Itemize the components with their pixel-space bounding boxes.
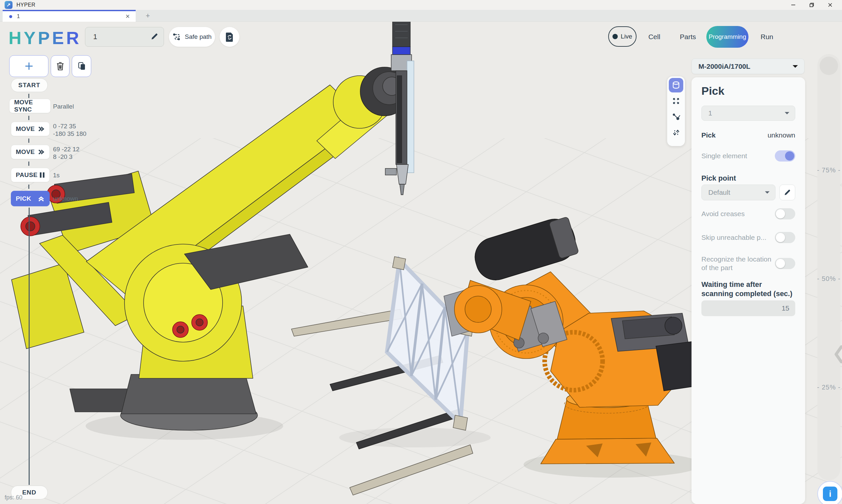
tab-modified-dot	[9, 15, 12, 18]
step-label: MOVE	[16, 148, 35, 156]
step-pick-selected[interactable]: PICK	[11, 191, 50, 206]
add-step-button[interactable]	[9, 55, 48, 77]
live-toggle[interactable]: Live	[608, 26, 637, 47]
step-move-sync[interactable]: MOVE SYNC	[9, 99, 51, 113]
pick-point-label: Pick point	[701, 174, 795, 183]
minimize-button[interactable]	[784, 0, 803, 10]
tab-cell[interactable]: Cell	[648, 33, 660, 41]
step-detail: 69 -22 128 -20 3	[53, 145, 79, 161]
step-detail: 1s	[53, 172, 59, 179]
app-icon: ↗	[5, 1, 13, 9]
waiting-time-label: Waiting time after scanning completed (s…	[701, 280, 795, 299]
skip-unreachable-toggle[interactable]	[775, 232, 795, 243]
pick-status-value: unknown	[768, 131, 795, 139]
tab-programming-active[interactable]: Programming	[706, 26, 749, 48]
duplicate-step-button[interactable]	[72, 55, 91, 77]
path-nodes-button[interactable]	[669, 110, 683, 124]
fps-counter: fps: 60	[5, 494, 22, 501]
avoid-creases-toggle[interactable]	[775, 208, 795, 219]
collapse-panel-chevron-icon[interactable]	[834, 345, 842, 365]
sync-program-button[interactable]	[220, 27, 239, 47]
info-button[interactable]: i	[817, 481, 842, 504]
avoid-creases-label: Avoid creases	[701, 210, 745, 218]
live-label: Live	[621, 33, 632, 40]
tab-run[interactable]: Run	[761, 33, 774, 41]
connector-tick	[28, 162, 29, 166]
hyper-logo: HYPER	[8, 28, 81, 48]
edit-name-pencil-icon[interactable]	[150, 32, 159, 42]
pick-point-dropdown[interactable]: Default	[701, 184, 775, 200]
pick-instance-dropdown[interactable]: 1	[701, 106, 795, 121]
sync-file-icon	[224, 31, 235, 42]
new-tab-button[interactable]: +	[140, 11, 156, 20]
start-node[interactable]: START	[11, 78, 48, 92]
step-label: PICK	[16, 195, 31, 202]
step-label: PAUSE	[16, 172, 37, 179]
title-bar: ↗ HYPER	[0, 0, 842, 10]
up-down-arrows-icon	[672, 128, 680, 137]
connector-tick	[28, 139, 29, 143]
safe-path-button[interactable]: Safe path	[169, 27, 215, 47]
chevron-down-icon	[784, 111, 790, 115]
zoom-marker-50: - 50% -	[817, 275, 840, 283]
pause-icon	[39, 172, 45, 178]
info-icon: i	[823, 487, 837, 501]
fit-view-button[interactable]	[669, 94, 683, 108]
solid-view-button[interactable]	[669, 78, 683, 92]
pick-status-label: Pick	[701, 131, 716, 139]
connector-tick	[28, 184, 29, 189]
live-status-dot	[613, 34, 618, 39]
tab-close-icon[interactable]: ×	[125, 13, 130, 20]
share-nodes-icon	[672, 112, 680, 121]
tab-label: 1	[17, 13, 125, 20]
toggle-knob	[776, 259, 785, 268]
zoom-slider-thumb[interactable]	[820, 57, 838, 75]
connector-tick	[28, 94, 29, 98]
window-title: HYPER	[16, 2, 36, 8]
swap-direction-button[interactable]	[669, 125, 683, 140]
toggle-knob	[776, 209, 785, 218]
toggle-knob	[776, 233, 785, 242]
edit-toolbar	[9, 55, 91, 77]
connector-tick	[28, 116, 29, 120]
single-element-toggle[interactable]	[775, 150, 795, 162]
edit-pick-point-button[interactable]	[779, 184, 795, 200]
step-move-1[interactable]: MOVE	[11, 122, 50, 136]
chevron-down-icon	[764, 191, 770, 194]
tab-parts[interactable]: Parts	[680, 33, 696, 41]
recognize-location-toggle[interactable]	[775, 258, 795, 269]
trash-icon	[56, 61, 65, 71]
chevrons-right-icon	[37, 149, 45, 155]
step-detail: unknown	[53, 195, 78, 202]
expand-icon	[672, 97, 680, 105]
connector-line	[29, 208, 30, 485]
step-label: MOVE SYNC	[14, 99, 46, 113]
chevrons-up-icon	[37, 195, 45, 202]
restore-button[interactable]	[803, 0, 821, 10]
toggle-knob	[785, 151, 794, 161]
step-detail: 0 -72 35-180 35 180	[53, 122, 86, 138]
plus-icon	[24, 61, 34, 71]
pick-point-value: Default	[708, 188, 764, 196]
step-move-2[interactable]: MOVE	[11, 145, 50, 159]
robot-model-value: M-2000iA/1700L	[699, 62, 792, 70]
pick-settings-panel: Pick 1 Pick unknown Single element Pick …	[691, 77, 805, 504]
tab-program-1[interactable]: 1 ×	[3, 10, 136, 22]
chevron-down-icon	[792, 65, 798, 68]
zoom-marker-25: - 25% -	[817, 383, 840, 391]
waiting-time-input[interactable]	[701, 300, 795, 316]
zoom-slider-track[interactable]	[817, 54, 840, 480]
tab-programming-label: Programming	[709, 33, 746, 40]
zoom-marker-75: - 75% -	[817, 166, 840, 174]
close-button[interactable]	[821, 0, 839, 10]
step-label: MOVE	[16, 125, 35, 132]
path-icon	[172, 33, 182, 41]
panel-title: Pick	[701, 85, 795, 97]
delete-step-button[interactable]	[51, 55, 69, 77]
single-element-label: Single element	[701, 152, 747, 160]
robot-model-dropdown[interactable]: M-2000iA/1700L	[691, 58, 805, 74]
step-pause[interactable]: PAUSE	[11, 168, 50, 182]
copy-icon	[77, 61, 86, 71]
safe-path-label: Safe path	[185, 33, 211, 40]
tab-strip: 1 × +	[0, 10, 842, 22]
